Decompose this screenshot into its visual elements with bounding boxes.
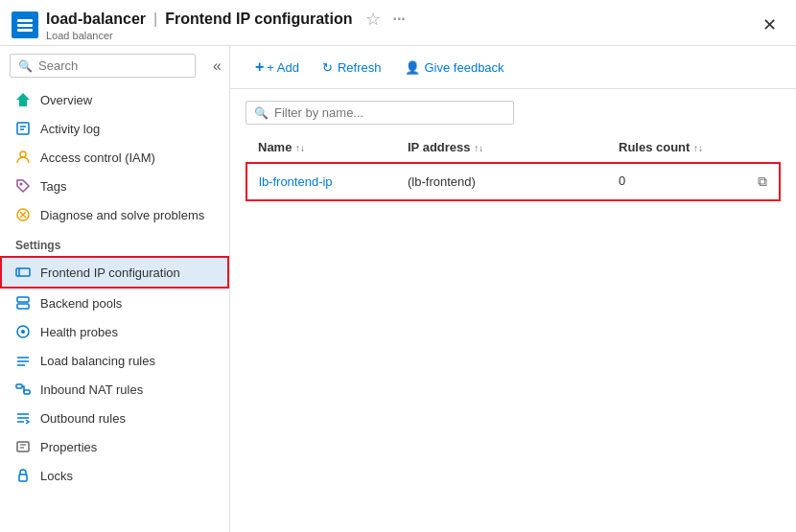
health-icon <box>15 324 31 339</box>
search-input[interactable] <box>38 58 187 73</box>
sidebar-item-overview[interactable]: Overview <box>0 85 229 114</box>
col-ip[interactable]: IP address ↑↓ <box>396 132 607 163</box>
backend-icon <box>15 295 31 311</box>
lbrules-icon <box>15 353 31 368</box>
more-icon[interactable]: ··· <box>392 11 405 28</box>
sidebar-label-properties: Properties <box>40 440 97 454</box>
sidebar-label-health-probes: Health probes <box>40 325 118 339</box>
svg-rect-0 <box>17 19 33 22</box>
resource-name: load-balancer <box>46 11 146 28</box>
add-button[interactable]: + + Add <box>246 54 309 81</box>
sidebar-label-activity-log: Activity log <box>40 122 100 136</box>
title-separator: | <box>153 11 157 28</box>
main-layout: 🔍 « Overview Activity log Access control… <box>0 46 796 532</box>
svg-rect-29 <box>19 474 27 481</box>
sidebar-label-frontend-ip: Frontend IP configuration <box>40 266 180 280</box>
sidebar-label-diagnose: Diagnose and solve problems <box>40 208 204 222</box>
filter-icon: 🔍 <box>254 106 269 120</box>
close-button[interactable]: ✕ <box>755 11 784 39</box>
copy-icon[interactable]: ⧉ <box>758 173 767 190</box>
sidebar-item-nat-rules[interactable]: Inbound NAT rules <box>0 375 229 404</box>
svg-rect-14 <box>17 297 29 302</box>
feedback-icon: 👤 <box>405 60 420 75</box>
sort-name-icon: ↑↓ <box>295 143 305 153</box>
sidebar-label-tags: Tags <box>40 179 66 194</box>
refresh-button[interactable]: ↻ Refresh <box>313 56 391 80</box>
title-left: load-balancer | Frontend IP configuratio… <box>12 9 406 41</box>
title-text-block: load-balancer | Frontend IP configuratio… <box>46 9 406 41</box>
row-rules-cell: 0 ⧉ <box>607 163 780 200</box>
title-bar: load-balancer | Frontend IP configuratio… <box>0 0 796 46</box>
sidebar-label-outbound-rules: Outbound rules <box>40 411 126 426</box>
svg-rect-15 <box>17 304 29 309</box>
sidebar-item-iam[interactable]: Access control (IAM) <box>0 143 229 172</box>
sidebar-item-frontend-ip[interactable]: Frontend IP configuration <box>0 256 229 289</box>
filter-input[interactable] <box>274 105 505 120</box>
col-name[interactable]: Name ↑↓ <box>246 132 396 163</box>
natrules-icon <box>15 382 31 397</box>
add-icon: + <box>255 58 264 76</box>
row-name-cell: lb-frontend-ip <box>246 163 396 200</box>
sidebar-label-locks: Locks <box>40 469 73 483</box>
outbound-icon <box>15 410 31 426</box>
svg-point-7 <box>20 151 26 157</box>
filter-bar: 🔍 <box>230 89 796 132</box>
activity-icon <box>15 121 31 136</box>
toolbar: + + Add ↻ Refresh 👤 Give feedback <box>230 46 796 89</box>
sort-rules-icon: ↑↓ <box>693 143 703 153</box>
sidebar-label-lb-rules: Load balancing rules <box>40 354 155 368</box>
frontend-icon <box>15 265 31 280</box>
svg-point-8 <box>20 183 23 186</box>
sidebar-item-outbound-rules[interactable]: Outbound rules <box>0 404 229 432</box>
frontend-ip-link[interactable]: lb-frontend-ip <box>259 174 333 189</box>
search-box[interactable]: 🔍 <box>10 54 196 78</box>
frontend-ip-table: Name ↑↓ IP address ↑↓ Rules count ↑↓ <box>246 132 781 201</box>
page-name: Frontend IP configuration <box>165 11 352 28</box>
star-icon[interactable]: ☆ <box>365 9 381 30</box>
sidebar-item-health-probes[interactable]: Health probes <box>0 317 229 346</box>
sidebar-item-diagnose[interactable]: Diagnose and solve problems <box>0 200 229 229</box>
settings-section-label: Settings <box>0 229 229 256</box>
svg-rect-21 <box>16 384 22 388</box>
svg-rect-26 <box>17 442 29 451</box>
sidebar-item-backend-pools[interactable]: Backend pools <box>0 289 229 317</box>
sidebar-label-nat-rules: Inbound NAT rules <box>40 382 143 397</box>
table-header-row: Name ↑↓ IP address ↑↓ Rules count ↑↓ <box>246 132 780 163</box>
sidebar-label-overview: Overview <box>40 93 92 107</box>
sidebar-item-activity-log[interactable]: Activity log <box>0 114 229 143</box>
locks-icon <box>15 468 31 483</box>
sidebar-label-backend-pools: Backend pools <box>40 296 122 311</box>
row-ip-cell: (lb-frontend) <box>396 163 607 200</box>
sidebar-item-tags[interactable]: Tags <box>0 172 229 200</box>
refresh-label: Refresh <box>338 60 382 75</box>
rules-count-value: 0 <box>619 173 625 188</box>
resource-type: Load balancer <box>46 30 406 41</box>
overview-icon <box>15 92 31 107</box>
collapse-sidebar-button[interactable]: « <box>205 58 229 75</box>
title-main: load-balancer | Frontend IP configuratio… <box>46 9 406 30</box>
table-row: lb-frontend-ip (lb-frontend) 0 ⧉ <box>246 163 780 200</box>
feedback-button[interactable]: 👤 Give feedback <box>395 56 514 80</box>
feedback-label: Give feedback <box>425 60 504 75</box>
svg-rect-2 <box>17 29 33 32</box>
search-icon: 🔍 <box>18 59 33 73</box>
sidebar-item-lb-rules[interactable]: Load balancing rules <box>0 346 229 375</box>
refresh-icon: ↻ <box>322 60 333 75</box>
svg-rect-4 <box>17 123 29 134</box>
ip-address-value: (lb-frontend) <box>408 174 476 189</box>
add-label: + Add <box>267 60 299 75</box>
svg-point-17 <box>21 330 25 334</box>
sidebar-label-iam: Access control (IAM) <box>40 150 155 165</box>
sidebar-item-locks[interactable]: Locks <box>0 461 229 490</box>
filter-input-wrap[interactable]: 🔍 <box>246 101 514 125</box>
tags-icon <box>15 178 31 194</box>
col-rules[interactable]: Rules count ↑↓ <box>607 132 780 163</box>
table-area: Name ↑↓ IP address ↑↓ Rules count ↑↓ <box>230 132 796 532</box>
diagnose-icon <box>15 207 31 222</box>
properties-icon <box>15 439 31 454</box>
sort-ip-icon: ↑↓ <box>474 143 483 153</box>
svg-marker-3 <box>16 93 30 106</box>
svg-rect-22 <box>24 390 30 394</box>
sidebar-item-properties[interactable]: Properties <box>0 432 229 461</box>
iam-icon <box>15 150 31 165</box>
